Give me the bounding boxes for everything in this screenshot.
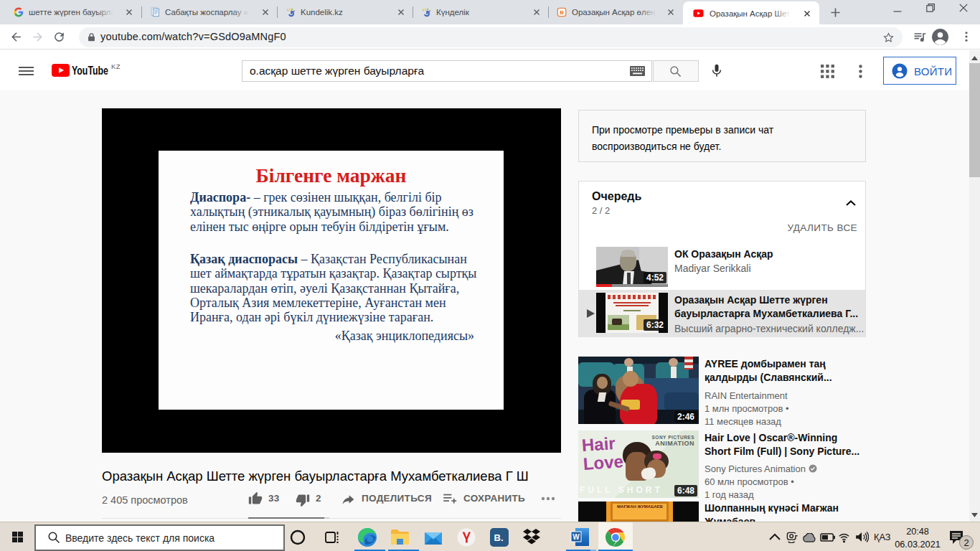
svg-text:B: B — [560, 9, 564, 16]
svg-text:YouTube: YouTube — [72, 64, 108, 77]
svg-text:B.: B. — [494, 532, 504, 543]
svg-text:W: W — [573, 533, 580, 541]
